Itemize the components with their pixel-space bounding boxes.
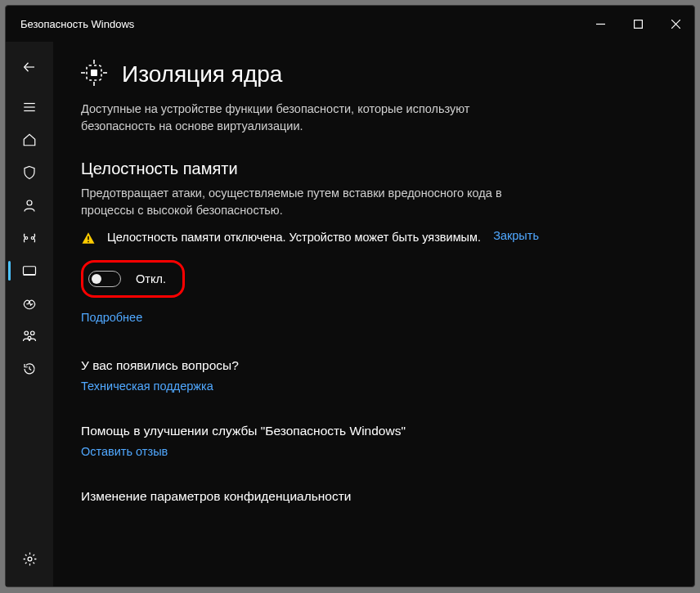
svg-point-14 [31, 331, 35, 335]
window: Безопасность Windows [5, 5, 695, 587]
memory-integrity-title: Целостность памяти [81, 159, 662, 178]
performance-icon [22, 296, 37, 311]
nav-settings[interactable] [8, 542, 51, 575]
svg-rect-18 [91, 70, 97, 76]
svg-rect-1 [634, 20, 642, 28]
menu-icon [22, 100, 37, 115]
memory-integrity-desc: Предотвращает атаки, осуществляемые путе… [81, 185, 539, 219]
history-icon [22, 362, 37, 376]
window-title: Безопасность Windows [20, 18, 134, 30]
questions-link[interactable]: Техническая поддержка [81, 380, 662, 393]
gear-icon [22, 551, 38, 567]
back-button[interactable] [12, 52, 47, 83]
nav-shield[interactable] [8, 156, 51, 189]
svg-point-9 [25, 237, 28, 240]
nav-family[interactable] [8, 320, 51, 353]
warning-icon [81, 231, 96, 249]
nav-history[interactable] [8, 353, 51, 385]
svg-rect-11 [24, 267, 36, 275]
nav-menu[interactable] [8, 91, 51, 124]
alert-text: Целостность памяти отключена. Устройство… [107, 229, 482, 246]
feedback-title: Помощь в улучшении службы "Безопасность … [81, 424, 662, 438]
alert-row: Целостность памяти отключена. Устройство… [81, 229, 539, 249]
svg-point-8 [27, 200, 32, 205]
svg-point-16 [28, 557, 32, 561]
shield-icon [22, 165, 37, 180]
minimize-button[interactable] [581, 6, 619, 42]
nav-account[interactable] [8, 189, 51, 222]
svg-rect-23 [88, 236, 89, 240]
privacy-title: Изменение параметров конфиденциальности [81, 489, 662, 504]
titlebar: Безопасность Windows [6, 6, 694, 42]
firewall-icon [21, 231, 38, 245]
sidebar [6, 42, 53, 586]
core-isolation-icon [81, 58, 107, 91]
nav-device-security[interactable] [8, 254, 51, 287]
home-icon [22, 133, 37, 147]
family-icon [21, 329, 38, 344]
svg-rect-24 [88, 241, 89, 243]
memory-integrity-toggle[interactable] [88, 271, 121, 287]
questions-block: У вас появились вопросы? Техническая под… [81, 358, 662, 393]
toggle-label: Откл. [136, 272, 166, 285]
nav-home[interactable] [8, 124, 51, 156]
page-title: Изоляция ядра [122, 61, 282, 88]
content: Изоляция ядра Доступные на устройстве фу… [53, 42, 694, 586]
close-button[interactable] [657, 6, 694, 42]
more-link[interactable]: Подробнее [81, 311, 662, 324]
nav-performance[interactable] [8, 287, 51, 320]
questions-title: У вас появились вопросы? [81, 358, 662, 373]
nav-firewall[interactable] [8, 222, 51, 254]
svg-point-13 [25, 331, 29, 335]
feedback-link[interactable]: Оставить отзыв [81, 445, 662, 458]
highlight-box: Откл. [81, 260, 185, 298]
device-security-icon [22, 263, 37, 278]
page-desc: Доступные на устройстве функции безопасн… [81, 101, 539, 135]
account-icon [22, 198, 37, 213]
feedback-block: Помощь в улучшении службы "Безопасность … [81, 424, 662, 458]
alert-close-link[interactable]: Закрыть [493, 229, 539, 242]
toggle-knob [92, 274, 101, 284]
svg-point-10 [31, 237, 34, 240]
maximize-button[interactable] [619, 6, 657, 42]
privacy-block: Изменение параметров конфиденциальности [81, 489, 662, 504]
